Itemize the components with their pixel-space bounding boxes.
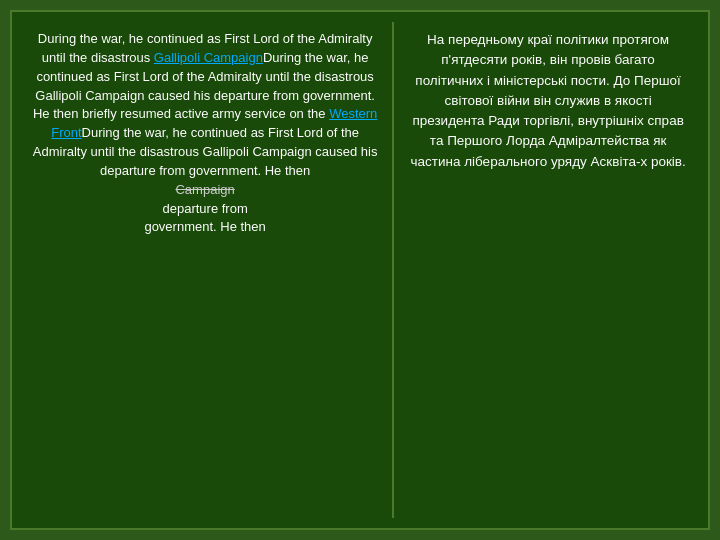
panel-divider: [392, 22, 394, 518]
left-panel: During the war, he continued as First Lo…: [22, 22, 388, 518]
left-paragraph-4: departure from: [162, 201, 247, 216]
right-panel: На передньому краї політики протягом п'я…: [398, 22, 698, 518]
left-paragraph-5: government. He then: [144, 219, 265, 234]
right-text-block: На передньому краї політики протягом п'я…: [410, 30, 686, 172]
main-container: During the war, he continued as First Lo…: [10, 10, 710, 530]
left-paragraph-3: During the war, he continued as First Lo…: [33, 125, 378, 178]
left-text-block: During the war, he continued as First Lo…: [30, 30, 380, 237]
strikethrough-campaign: Campaign: [175, 182, 234, 197]
gallipoli-link[interactable]: Gallipoli Campaign: [154, 50, 263, 65]
